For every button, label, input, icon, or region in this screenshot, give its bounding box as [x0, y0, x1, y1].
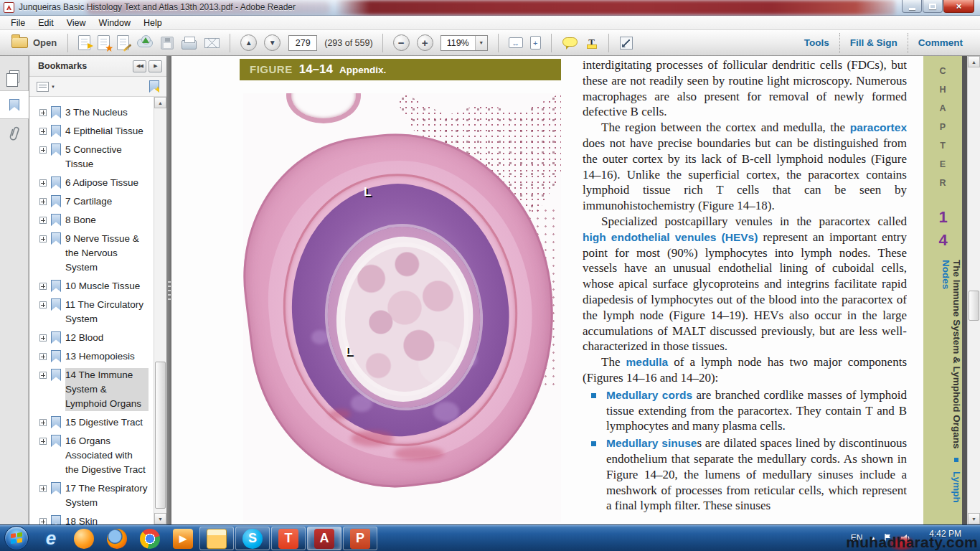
minimize-button[interactable]	[902, 0, 922, 13]
panel-splitter[interactable]	[166, 56, 171, 524]
bookmark-item[interactable]: 7 Cartilage	[29, 192, 154, 211]
expander-plus-icon[interactable]	[39, 198, 47, 205]
expander-plus-icon[interactable]	[39, 235, 47, 242]
gom-taskbar-button[interactable]	[67, 525, 100, 551]
bookmark-label[interactable]: 15 Digestive Tract	[65, 415, 143, 430]
bookmark-label[interactable]: 14 The Immune System & Lymphoid Organs	[65, 368, 149, 411]
collapse-panel-button[interactable]: ◀◀	[133, 60, 146, 72]
expander-plus-icon[interactable]	[39, 109, 47, 116]
bookmark-item[interactable]: 9 Nerve Tissue & the Nervous System	[29, 230, 154, 277]
bookmark-label[interactable]: 11 The Circulatory System	[65, 298, 149, 326]
page-thumbnails-tab[interactable]	[0, 62, 29, 90]
bookmarks-tab[interactable]	[0, 90, 29, 119]
bookmark-label[interactable]: 12 Blood	[65, 331, 103, 345]
bookmark-label[interactable]: 10 Muscle Tissue	[65, 279, 140, 293]
export-pdf-button[interactable]	[98, 35, 110, 50]
bookmark-item[interactable]: 13 Hemopoiesis	[29, 347, 154, 366]
expander-plus-icon[interactable]	[39, 217, 47, 224]
bookmark-item[interactable]: 3 The Nucleus	[29, 103, 154, 122]
save-copy-button[interactable]	[78, 35, 90, 50]
expander-plus-icon[interactable]	[39, 301, 47, 309]
bookmark-item[interactable]: 14 The Immune System & Lymphoid Organs	[29, 366, 154, 413]
bookmark-item[interactable]: 15 Digestive Tract	[29, 413, 154, 432]
expander-plus-icon[interactable]	[39, 419, 47, 426]
chrome-taskbar-button[interactable]	[133, 525, 166, 551]
email-button[interactable]	[204, 38, 220, 48]
close-button[interactable]: ×	[943, 0, 974, 13]
send-file-button[interactable]	[137, 39, 153, 47]
bookmark-item[interactable]: 17 The Respiratory System	[29, 479, 154, 512]
skype-taskbar-button[interactable]: S	[235, 527, 270, 550]
bookmark-item[interactable]: 11 The Circulatory System	[29, 296, 154, 329]
sticky-note-button[interactable]	[562, 37, 578, 47]
bookmark-item[interactable]: 8 Bone	[29, 211, 154, 230]
scroll-down-icon[interactable]: ▼	[968, 513, 980, 524]
bookmark-label[interactable]: 16 Organs Associated with the Digestive …	[65, 434, 149, 477]
bookmark-label[interactable]: 9 Nerve Tissue & the Nervous System	[65, 232, 149, 275]
zoom-in-button[interactable]: +	[417, 34, 433, 51]
chevron-down-icon[interactable]: ▼	[475, 36, 487, 50]
adobe-taskbar-button[interactable]: A	[307, 527, 341, 550]
bookmark-label[interactable]: 5 Connective Tissue	[65, 143, 149, 171]
bookmark-label[interactable]: 3 The Nucleus	[65, 105, 128, 120]
bookmark-label[interactable]: 7 Cartilage	[65, 194, 112, 209]
document-scrollbar[interactable]: ▲ ▼	[967, 56, 980, 524]
bookmark-label[interactable]: 17 The Respiratory System	[65, 481, 149, 510]
bookmark-item[interactable]: 10 Muscle Tissue	[29, 277, 154, 296]
tsetup-taskbar-button[interactable]: T	[271, 527, 306, 550]
bookmark-item[interactable]: 6 Adipose Tissue	[29, 174, 154, 192]
expander-plus-icon[interactable]	[39, 485, 47, 492]
expander-plus-icon[interactable]	[39, 128, 47, 135]
comment-pane-button[interactable]: Comment	[908, 37, 973, 48]
menu-help[interactable]: Help	[137, 17, 169, 29]
maximize-button[interactable]	[923, 0, 943, 13]
start-button[interactable]	[4, 526, 29, 550]
scroll-up-icon[interactable]: ▲	[968, 56, 980, 67]
bookmark-label[interactable]: 4 Epithelial Tissue	[65, 124, 143, 138]
scrollbar-thumb[interactable]	[155, 362, 166, 509]
scrollbar-thumb[interactable]	[969, 291, 979, 321]
wmp-taskbar-button[interactable]: ▶	[166, 525, 199, 551]
zoom-out-button[interactable]: −	[393, 34, 410, 51]
bookmarks-scrollbar[interactable]: ▲ ▼	[154, 97, 166, 524]
expander-plus-icon[interactable]	[39, 334, 47, 342]
bookmark-label[interactable]: 8 Bone	[65, 213, 96, 227]
bookmark-item[interactable]: 4 Epithelial Tissue	[29, 122, 154, 141]
expander-plus-icon[interactable]	[39, 372, 47, 379]
zoom-level-select[interactable]: 119% ▼	[440, 35, 488, 51]
bookmark-item[interactable]: 12 Blood	[29, 329, 154, 347]
expander-plus-icon[interactable]	[39, 179, 47, 187]
next-page-button[interactable]: ▼	[264, 34, 281, 51]
explorer-taskbar-button[interactable]	[199, 527, 234, 550]
menu-view[interactable]: View	[60, 17, 93, 29]
scroll-up-icon[interactable]: ▲	[154, 97, 166, 108]
fit-width-button[interactable]: ↔	[509, 37, 523, 48]
expander-plus-icon[interactable]	[39, 518, 47, 524]
firefox-taskbar-button[interactable]	[100, 525, 133, 551]
print-button[interactable]	[182, 40, 197, 50]
previous-page-button[interactable]: ▲	[240, 34, 257, 51]
powerpoint-taskbar-button[interactable]: P	[343, 527, 377, 550]
options-icon[interactable]	[37, 82, 49, 92]
attachments-tab[interactable]	[0, 119, 29, 148]
sign-document-button[interactable]	[117, 35, 129, 50]
bookmark-item[interactable]: 18 Skin	[29, 512, 154, 524]
bookmark-item[interactable]: 16 Organs Associated with the Digestive …	[29, 432, 154, 479]
menu-file[interactable]: File	[4, 17, 32, 29]
chevron-down-icon[interactable]: ▼	[51, 85, 55, 89]
fill-sign-pane-button[interactable]: Fill & Sign	[840, 37, 908, 48]
highlight-text-button[interactable]: T	[586, 37, 598, 50]
expander-plus-icon[interactable]	[39, 283, 47, 290]
scroll-down-icon[interactable]: ▼	[154, 513, 166, 524]
save-button[interactable]	[161, 37, 174, 50]
fullscreen-button[interactable]	[620, 37, 633, 50]
bookmark-item[interactable]: 5 Connective Tissue	[29, 141, 154, 174]
menu-edit[interactable]: Edit	[32, 17, 60, 29]
expand-panel-button[interactable]: ▶	[149, 60, 162, 72]
page-number-input[interactable]	[288, 35, 317, 51]
bookmark-label[interactable]: 6 Adipose Tissue	[65, 176, 138, 190]
open-button[interactable]: Open	[7, 35, 61, 50]
expander-plus-icon[interactable]	[39, 438, 47, 445]
bookmark-label[interactable]: 18 Skin	[65, 514, 98, 524]
ie-taskbar-button[interactable]: e	[34, 525, 67, 551]
